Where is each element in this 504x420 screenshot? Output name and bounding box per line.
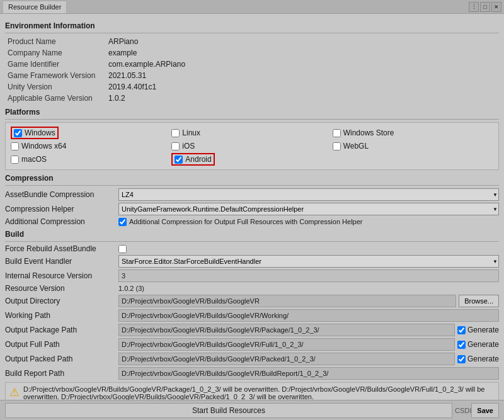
env-divider — [5, 33, 499, 33]
table-row: Game Identifier com.example.ARPiano — [5, 59, 499, 70]
platform-windows-x64: Windows x64 — [11, 142, 171, 150]
packed-generate-checkbox[interactable] — [457, 355, 466, 363]
additional-compression-checkbox-row: Additional Compression for Output Full R… — [118, 218, 363, 226]
table-row: Product Name ARPiano — [5, 36, 499, 47]
working-path-value: D:/Project/vrbox/GoogleVR/Builds/GoogleV… — [118, 309, 499, 322]
output-dir-label: Output Directory — [5, 297, 118, 305]
compression-header: Compression — [5, 174, 499, 183]
windows-label: Windows — [25, 128, 55, 137]
main-content: Environment Information Product Name ARP… — [0, 14, 504, 400]
save-button[interactable]: Save — [471, 403, 499, 418]
package-generate: Generate — [457, 326, 499, 334]
title-tab[interactable]: Resource Builder — [3, 1, 67, 13]
compression-helper-select[interactable]: UnityGameFramework.Runtime.DefaultCompre… — [118, 203, 499, 215]
platforms-header: Platforms — [5, 108, 499, 116]
output-packed-value: D:/Project/vrbox/GoogleVR/Builds/GoogleV… — [118, 353, 455, 365]
assetbundle-compression-select-wrapper: LZ4 LZMA Uncompressed ▼ — [118, 188, 499, 201]
linux-checkbox[interactable] — [171, 129, 180, 137]
output-full-label: Output Full Path — [5, 340, 118, 349]
assetbundle-compression-row: AssetBundle Compression LZ4 LZMA Uncompr… — [5, 188, 499, 201]
event-handler-row: Build Event Handler StarForce.Editor.Sta… — [5, 255, 499, 268]
full-generate: Generate — [457, 340, 499, 349]
table-row: Unity Version 2019.4.40f1c1 — [5, 81, 499, 93]
additional-compression-row: Additional Compression Additional Compre… — [5, 217, 499, 226]
windows-store-label: Windows Store — [343, 128, 394, 137]
game-version-label: Applicable Game Version — [5, 93, 106, 104]
windows-x64-checkbox[interactable] — [11, 142, 19, 150]
build-header: Build — [5, 230, 499, 239]
env-info-table: Product Name ARPiano Company Name exampl… — [5, 36, 499, 104]
platform-linux: Linux — [171, 127, 332, 139]
full-generate-label: Generate — [467, 340, 499, 349]
packed-generate-label: Generate — [467, 355, 499, 363]
table-row: Applicable Game Version 1.0.2 — [5, 93, 499, 104]
assetbundle-compression-select[interactable]: LZ4 LZMA Uncompressed — [118, 188, 499, 201]
browse-button[interactable]: Browse... — [459, 295, 499, 307]
table-row: Company Name example — [5, 47, 499, 59]
company-name-label: Company Name — [5, 47, 106, 59]
save-label: Save — [477, 407, 493, 414]
maximize-icon[interactable]: □ — [480, 2, 490, 12]
platform-ios: iOS — [171, 142, 332, 150]
windows-highlight: Windows — [11, 127, 59, 139]
webgl-label: WebGL — [343, 142, 369, 150]
framework-version-value: 2021.05.31 — [106, 70, 499, 81]
output-full-value: D:/Project/vrbox/GoogleVR/Builds/GoogleV… — [118, 338, 455, 351]
linux-label: Linux — [182, 128, 200, 137]
platform-webgl: WebGL — [333, 142, 493, 150]
additional-compression-checkbox[interactable] — [118, 218, 127, 226]
warning-area: ⚠ D:/Project/vrbox/GoogleVR/Builds/Googl… — [5, 382, 499, 400]
output-packed-row: Output Packed Path D:/Project/vrbox/Goog… — [5, 353, 499, 365]
title-bar-left: Resource Builder — [3, 1, 67, 13]
macos-checkbox[interactable] — [11, 156, 19, 164]
working-path-label: Working Path — [5, 311, 118, 320]
build-report-value: D:/Project/vrbox/GoogleVR/Builds/GoogleV… — [118, 367, 499, 380]
windows-checkbox[interactable] — [14, 129, 22, 137]
platforms-divider — [5, 119, 499, 120]
platforms-area: Windows Linux Windows Store Windows x64 … — [5, 122, 499, 170]
close-icon[interactable]: ✕ — [491, 2, 501, 12]
package-generate-label: Generate — [467, 326, 499, 334]
event-handler-select[interactable]: StarForce.Editor.StarForceBuildEventHand… — [118, 255, 499, 268]
build-report-row: Build Report Path D:/Project/vrbox/Googl… — [5, 367, 499, 380]
android-checkbox[interactable] — [175, 156, 183, 164]
menu-icon[interactable]: ⋮ — [469, 2, 479, 12]
compression-divider — [5, 185, 499, 186]
macos-label: macOS — [21, 155, 47, 164]
full-generate-checkbox[interactable] — [457, 341, 466, 349]
windows-store-checkbox[interactable] — [333, 129, 341, 137]
build-report-label: Build Report Path — [5, 369, 118, 378]
title-bar: Resource Builder ⋮ □ ✕ — [0, 0, 504, 14]
resource-version-row: Resource Version 1.0.2 (3) — [5, 284, 499, 293]
force-rebuild-checkbox[interactable] — [118, 245, 127, 253]
assetbundle-compression-label: AssetBundle Compression — [5, 190, 118, 199]
resource-version-value: 1.0.2 (3) — [118, 285, 144, 292]
platform-android: Android — [171, 153, 332, 166]
android-highlight: Android — [171, 153, 214, 166]
game-version-value: 1.0.2 — [106, 93, 499, 104]
force-rebuild-row: Force Rebuild AssetBundle — [5, 244, 499, 253]
compression-helper-select-wrapper: UnityGameFramework.Runtime.DefaultCompre… — [118, 203, 499, 215]
company-name-value: example — [106, 47, 499, 59]
ios-checkbox[interactable] — [171, 142, 180, 150]
title-bar-controls: ⋮ □ ✕ — [469, 2, 501, 12]
internal-version-value: 3 — [118, 270, 499, 282]
internal-version-label: Internal Resource Version — [5, 271, 118, 280]
empty-cell — [333, 153, 493, 166]
compression-helper-label: Compression Helper — [5, 205, 118, 213]
env-info-header: Environment Information — [5, 21, 499, 30]
package-generate-checkbox[interactable] — [457, 326, 466, 334]
warning-icon: ⚠ — [9, 385, 20, 399]
output-package-value: D:/Project/vrbox/GoogleVR/Builds/GoogleV… — [118, 324, 455, 336]
start-build-button[interactable]: Start Build Resources — [5, 403, 452, 418]
product-name-label: Product Name — [5, 36, 106, 47]
product-name-value: ARPiano — [106, 36, 499, 47]
webgl-checkbox[interactable] — [333, 142, 341, 150]
table-row: Game Framework Version 2021.05.31 — [5, 70, 499, 81]
android-label: Android — [185, 155, 211, 164]
compression-helper-row: Compression Helper UnityGameFramework.Ru… — [5, 203, 499, 215]
output-package-label: Output Package Path — [5, 326, 118, 334]
game-identifier-value: com.example.ARPiano — [106, 59, 499, 70]
additional-compression-label: Additional Compression — [5, 217, 118, 226]
build-area: Force Rebuild AssetBundle Build Event Ha… — [5, 244, 499, 380]
